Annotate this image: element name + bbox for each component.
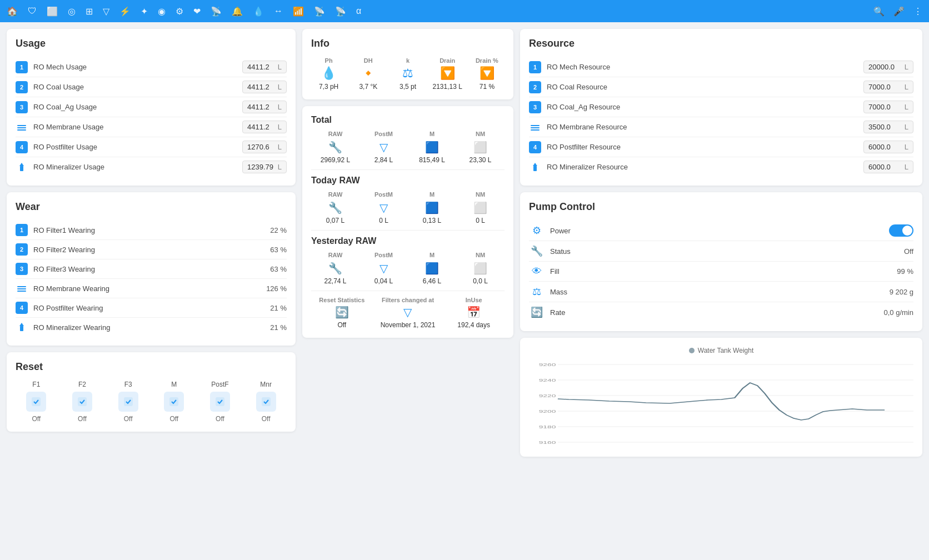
- reset-icon-f2[interactable]: [72, 392, 92, 412]
- usage-value-coalag: 4411.2 L: [242, 101, 287, 113]
- total-val-m: 815,49 L: [408, 156, 456, 164]
- reset-status-f3: Off: [124, 415, 133, 423]
- stats-col-inuse: InUse 📅 192,4 days: [443, 297, 505, 329]
- total-labels: RAW PostM M NM: [311, 131, 505, 137]
- gear-icon[interactable]: ⚙: [176, 6, 183, 17]
- wear-value-filter2: 63 %: [262, 246, 287, 254]
- total-icon-raw: 🔧: [311, 141, 359, 154]
- usage-label-coal: RO Coal Usage: [33, 83, 237, 91]
- health-icon[interactable]: ❤: [193, 6, 201, 17]
- resource-value-membrane: 3500.0 L: [863, 121, 913, 133]
- resource-value-coalag: 7000.0 L: [863, 101, 913, 113]
- svg-rect-11: [169, 397, 178, 406]
- bell-icon[interactable]: 🔔: [232, 6, 243, 17]
- home-icon[interactable]: 🏠: [7, 6, 18, 17]
- resource-unit-postfilter: L: [905, 143, 908, 151]
- search-icon[interactable]: 🔍: [873, 6, 885, 17]
- info-label-dh: DH: [364, 57, 373, 64]
- filter-icon[interactable]: ▽: [103, 6, 109, 17]
- mic-icon[interactable]: 🎤: [893, 6, 905, 17]
- usage-label-mineralizer: RO Mineralizer Usage: [33, 163, 237, 171]
- wear-badge-mineralizer: [16, 321, 28, 333]
- usage-unit-mineralizer: L: [278, 163, 282, 171]
- reset-label-mnr: Mnr: [260, 381, 272, 388]
- resource-label-mech: RO Mech Resource: [547, 63, 858, 71]
- antenna-icon[interactable]: 📡: [335, 6, 346, 17]
- stats-col-reset: Reset Statistics 🔄 Off: [311, 297, 373, 329]
- yesterday-label-postm: PostM: [359, 252, 408, 258]
- reset-icon-m[interactable]: [164, 392, 184, 412]
- resource-label-membrane: RO Membrane Resource: [547, 123, 858, 131]
- badge-1: 1: [16, 61, 28, 73]
- grid-icon[interactable]: ⊞: [86, 6, 93, 17]
- monitor-icon[interactable]: ⬜: [47, 6, 58, 17]
- bolt-icon[interactable]: ⚡: [119, 6, 131, 17]
- usage-row-postfilter: 4 RO Postfilter Usage 1270.6 L: [16, 137, 287, 157]
- shield-icon[interactable]: 🛡: [28, 6, 37, 16]
- info-label-ph: Ph: [325, 57, 333, 64]
- info-value-drain: 2131,13 L: [433, 83, 462, 91]
- yesterday-icon-nm: ⬜: [456, 262, 505, 275]
- today-label-postm: PostM: [359, 191, 408, 198]
- total-label-m: M: [408, 131, 456, 137]
- wear-value-filter3: 63 %: [262, 265, 287, 273]
- svg-rect-2: [17, 129, 26, 131]
- pump-row-mass: ⚖ Mass 9 202 g: [529, 282, 913, 302]
- badge-membrane: [16, 121, 28, 133]
- resource-num-postfilter: 6000.0: [868, 143, 891, 151]
- target-icon[interactable]: ◎: [68, 6, 76, 17]
- badge-mineralizer: [16, 161, 28, 173]
- radio-icon[interactable]: 📡: [211, 6, 222, 17]
- wifi-icon[interactable]: 📶: [293, 6, 304, 17]
- pump-value-mass: 9 202 g: [890, 288, 913, 296]
- wear-row-filter2: 2 RO Filter2 Wearing 63 %: [16, 240, 287, 259]
- resource-value-mineralizer: 6000.0 L: [863, 161, 913, 173]
- usage-row-coalag: 3 RO Coal_Ag Usage 4411.2 L: [16, 97, 287, 117]
- badge-2: 2: [16, 81, 28, 93]
- usage-row-mineralizer: RO Mineralizer Usage 1239.79 L: [16, 157, 287, 177]
- stats-label-filters: Filters changed at: [382, 297, 434, 303]
- yesterday-val-m: 6,46 L: [408, 277, 456, 285]
- reset-title: Reset: [16, 361, 287, 373]
- svg-text:9160: 9160: [539, 440, 556, 444]
- resource-num-mineralizer: 6000.0: [868, 163, 891, 171]
- total-icon-nm: ⬜: [456, 141, 505, 154]
- nav-right-actions: 🔍 🎤 ⋮: [873, 6, 922, 17]
- wifi2-icon[interactable]: 📡: [314, 6, 325, 17]
- alpha-icon[interactable]: α: [356, 6, 361, 16]
- usage-label-coalag: RO Coal_Ag Usage: [33, 103, 237, 111]
- wear-row-filter1: 1 RO Filter1 Wearing 22 %: [16, 221, 287, 240]
- resource-num-membrane: 3500.0: [868, 123, 891, 131]
- reset-icon-mnr[interactable]: [256, 392, 276, 412]
- usage-label-postfilter: RO Postfilter Usage: [33, 143, 237, 151]
- usage-label-membrane: RO Membrane Usage: [33, 123, 237, 131]
- today-val-raw: 0,07 L: [311, 217, 359, 224]
- total-icon-postm: ▽: [359, 141, 408, 154]
- today-val-postm: 0 L: [359, 217, 408, 224]
- reset-icon-f1[interactable]: [26, 392, 46, 412]
- usage-value-postfilter: 1270.6 L: [242, 141, 287, 153]
- today-label-nm: NM: [456, 191, 505, 198]
- resource-label-coalag: RO Coal_Ag Resource: [547, 103, 858, 111]
- drainpct-icon: 🔽: [480, 66, 495, 81]
- usage-title: Usage: [16, 38, 287, 49]
- yesterday-val-raw: 22,74 L: [311, 277, 359, 285]
- reset-col-f1: F1 Off: [16, 381, 57, 423]
- mass-icon: ⚖: [529, 286, 545, 298]
- reset-icon-postf[interactable]: [210, 392, 230, 412]
- reset-icon-f3[interactable]: [118, 392, 138, 412]
- drop-icon[interactable]: 💧: [253, 6, 264, 17]
- pump-title: Pump Control: [529, 201, 913, 213]
- svg-rect-9: [78, 397, 87, 406]
- menu-icon[interactable]: ⋮: [913, 6, 922, 17]
- resource-label-postfilter: RO Postfilter Resource: [547, 143, 858, 151]
- right-column: Resource 1 RO Mech Resource 20000.0 L 2 …: [520, 29, 922, 553]
- pump-power-toggle[interactable]: [889, 224, 913, 237]
- topnav[interactable]: 🏠 🛡 ⬜ ◎ ⊞ ▽ ⚡ ✦ ◉ ⚙ ❤ 📡 🔔 💧 ↔ 📶 📡 📡 α 🔍 …: [0, 0, 929, 22]
- svg-rect-16: [531, 129, 540, 131]
- settings2-icon[interactable]: ◉: [158, 6, 166, 17]
- reset-label-f2: F2: [78, 381, 86, 388]
- arrow-icon[interactable]: ✦: [141, 6, 148, 17]
- arrows-icon[interactable]: ↔: [274, 6, 283, 16]
- resource-unit-membrane: L: [905, 123, 908, 131]
